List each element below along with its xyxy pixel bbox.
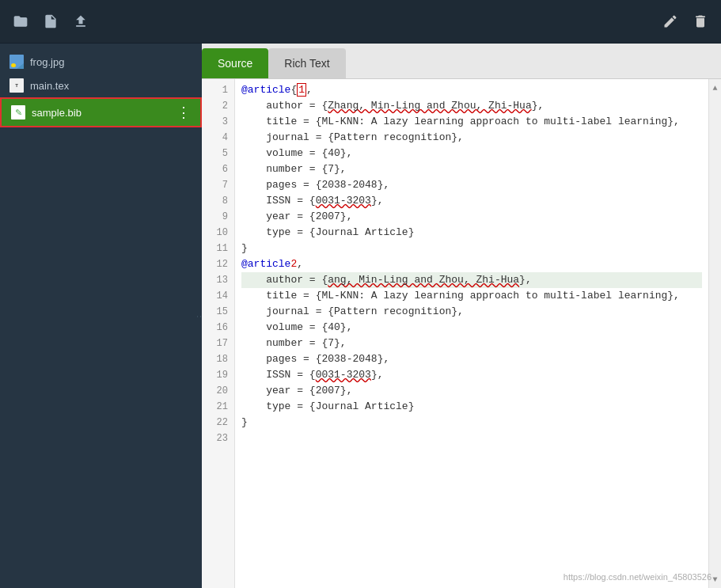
tab-rich-text[interactable]: Rich Text [268, 48, 345, 78]
code-line[interactable]: journal = {Pattern recognition}, [241, 304, 702, 320]
image-file-icon [9, 55, 24, 69]
editor-container: Source Rich Text 12345678910111213141516… [202, 44, 721, 588]
delete-icon[interactable] [689, 10, 712, 32]
sidebar-item-label: sample.bib [32, 107, 170, 119]
code-line[interactable]: ISSN = {0031-3203}, [241, 367, 702, 383]
main-area: frog.jpg T main.tex sample.bib ⋮ ⋮ Sourc… [0, 44, 721, 588]
watermark: https://blog.csdn.net/weixin_45803526 [564, 572, 712, 582]
right-scroll-panel: ▲ ▼ [708, 79, 721, 588]
code-line[interactable]: } [241, 415, 702, 431]
code-line[interactable]: volume = {40}, [241, 320, 702, 336]
edit-icon[interactable] [659, 10, 681, 32]
line-number: 15 [202, 304, 234, 320]
bib-file-icon [11, 105, 25, 119]
upload-icon[interactable] [70, 10, 92, 32]
line-number: 16 [202, 320, 234, 336]
line-number: 23 [202, 431, 234, 446]
code-line[interactable]: pages = {2038-2048}, [241, 351, 702, 367]
sidebar-item-label: main.tex [30, 80, 192, 92]
new-file-icon[interactable] [40, 10, 62, 32]
code-line[interactable]: type = {Journal Article} [241, 399, 702, 415]
line-number: 18 [202, 351, 234, 367]
code-content[interactable]: @article{1, author = {Zhang, Min-Ling an… [235, 79, 708, 588]
code-line[interactable] [241, 431, 702, 446]
new-folder-icon[interactable] [9, 10, 32, 32]
line-number: 4 [202, 130, 234, 146]
code-line[interactable]: ISSN = {0031-3203}, [241, 193, 702, 209]
code-line[interactable]: title = {ML-KNN: A lazy learning approac… [241, 288, 702, 304]
line-number: 12 [202, 256, 234, 272]
code-line[interactable]: author = {ang, Min-Ling and Zhou, Zhi-Hu… [241, 272, 702, 288]
line-number: 22 [202, 415, 234, 431]
code-line[interactable]: journal = {Pattern recognition}, [241, 130, 702, 146]
code-line[interactable]: number = {7}, [241, 336, 702, 351]
line-number: 7 [202, 177, 234, 193]
code-line[interactable]: title = {ML-KNN: A lazy learning approac… [241, 114, 702, 130]
code-line[interactable]: pages = {2038-2048}, [241, 177, 702, 193]
code-line[interactable]: type = {Journal Article} [241, 225, 702, 241]
line-number: 3 [202, 114, 234, 130]
line-number: 17 [202, 336, 234, 351]
code-line[interactable]: } [241, 241, 702, 256]
context-menu-dots[interactable]: ⋮ [176, 104, 191, 121]
sidebar-item-label: frog.jpg [30, 56, 192, 68]
code-editor[interactable]: 1234567891011121314151617181920212223 @a… [202, 79, 721, 588]
sidebar-item-sample-bib[interactable]: sample.bib ⋮ [0, 97, 202, 127]
toolbar [0, 0, 721, 44]
line-number: 13 [202, 272, 234, 288]
tab-bar: Source Rich Text [202, 44, 721, 79]
line-number: 2 [202, 98, 234, 114]
code-line[interactable]: author = {Zhang, Min-Ling and Zhou, Zhi-… [241, 98, 702, 114]
code-line[interactable]: year = {2007}, [241, 209, 702, 225]
line-number: 20 [202, 383, 234, 399]
sidebar-item-main-tex[interactable]: T main.tex [0, 74, 202, 97]
line-number: 9 [202, 209, 234, 225]
code-line[interactable]: number = {7}, [241, 161, 702, 177]
line-number: 21 [202, 399, 234, 415]
line-number: 6 [202, 161, 234, 177]
sidebar: frog.jpg T main.tex sample.bib ⋮ ⋮ [0, 44, 202, 588]
line-numbers: 1234567891011121314151617181920212223 [202, 79, 235, 588]
code-line[interactable]: year = {2007}, [241, 383, 702, 399]
line-number: 14 [202, 288, 234, 304]
line-number: 19 [202, 367, 234, 383]
tab-source[interactable]: Source [202, 48, 268, 78]
code-line[interactable]: @article{1, [241, 82, 702, 98]
code-line[interactable]: volume = {40}, [241, 146, 702, 161]
line-number: 8 [202, 193, 234, 209]
scroll-up-arrow[interactable]: ▲ [710, 82, 721, 93]
line-number: 5 [202, 146, 234, 161]
sidebar-item-frog[interactable]: frog.jpg [0, 50, 202, 74]
line-number: 1 [202, 82, 234, 98]
line-number: 10 [202, 225, 234, 241]
code-line[interactable]: @article2, [241, 256, 702, 272]
tex-file-icon: T [9, 78, 24, 93]
line-number: 11 [202, 241, 234, 256]
